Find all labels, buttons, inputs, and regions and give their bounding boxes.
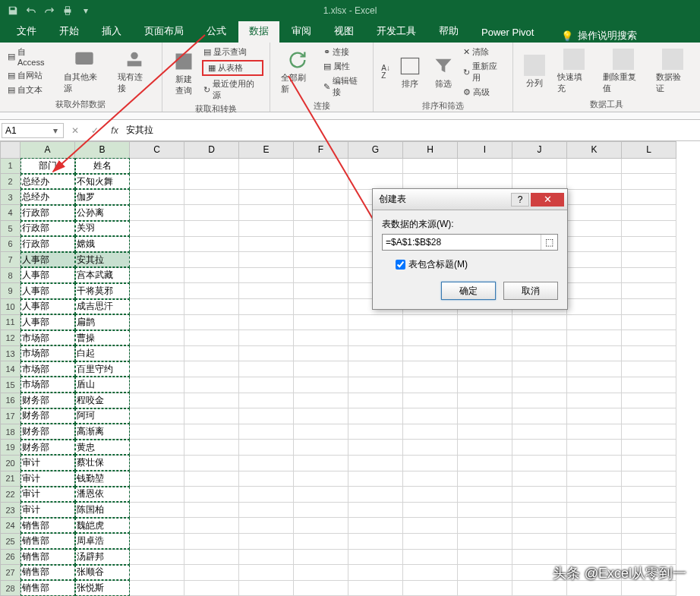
cell[interactable] <box>567 377 622 393</box>
cell[interactable] <box>622 174 676 190</box>
cell[interactable]: 财务部 <box>20 393 75 408</box>
row-header[interactable]: 21 <box>1 471 20 487</box>
cell[interactable] <box>403 408 458 424</box>
cell[interactable] <box>622 205 676 221</box>
tab-review[interactable]: 审阅 <box>281 20 322 43</box>
collapse-dialog-icon[interactable]: ⬚ <box>541 235 557 250</box>
cell[interactable] <box>184 549 239 565</box>
cell[interactable] <box>294 252 348 268</box>
cell[interactable] <box>294 424 348 440</box>
cell[interactable] <box>458 580 512 596</box>
cell[interactable] <box>567 440 622 456</box>
cell[interactable] <box>348 393 403 408</box>
cell[interactable]: 魏皑虎 <box>75 518 130 534</box>
cell[interactable] <box>512 502 567 518</box>
cell[interactable] <box>403 518 458 534</box>
cell[interactable] <box>567 361 622 377</box>
row-header[interactable]: 23 <box>1 502 20 518</box>
cell[interactable] <box>403 377 458 393</box>
clear-filter-button[interactable]: ✕ 清除 <box>462 46 506 58</box>
row-header[interactable]: 7 <box>1 252 20 268</box>
cell[interactable] <box>294 361 348 377</box>
cell[interactable] <box>348 408 403 424</box>
dialog-help-button[interactable]: ? <box>511 193 529 207</box>
cell[interactable] <box>458 518 512 534</box>
cell[interactable] <box>348 580 403 596</box>
cell[interactable]: 白起 <box>75 345 130 361</box>
cell[interactable] <box>512 455 567 471</box>
cell[interactable] <box>458 158 512 174</box>
cell[interactable] <box>348 424 403 440</box>
cell[interactable] <box>567 314 622 330</box>
cell[interactable] <box>130 330 184 346</box>
cell[interactable] <box>622 424 676 440</box>
cell[interactable] <box>512 345 567 361</box>
cell[interactable] <box>239 205 294 221</box>
cell[interactable] <box>458 377 512 393</box>
cell[interactable] <box>348 487 403 503</box>
cell[interactable] <box>567 267 622 283</box>
cell[interactable] <box>512 330 567 346</box>
cell[interactable] <box>130 345 184 361</box>
cell[interactable] <box>294 377 348 393</box>
cell[interactable] <box>622 580 676 596</box>
cell[interactable]: 盾山 <box>75 377 130 393</box>
cell[interactable] <box>512 471 567 487</box>
cell[interactable]: 销售部 <box>20 533 75 549</box>
cell[interactable] <box>622 158 676 174</box>
cell[interactable]: 审计 <box>20 487 75 503</box>
cell[interactable]: 阿珂 <box>75 408 130 424</box>
column-header[interactable]: G <box>348 142 403 159</box>
cell[interactable] <box>512 440 567 456</box>
cell[interactable]: 市场部 <box>20 361 75 377</box>
cell[interactable] <box>567 252 622 268</box>
cell[interactable] <box>130 393 184 408</box>
cell[interactable]: 销售部 <box>20 580 75 596</box>
dialog-cancel-button[interactable]: 取消 <box>503 282 558 300</box>
cell[interactable] <box>567 393 622 408</box>
cell[interactable] <box>622 361 676 377</box>
cell[interactable] <box>239 471 294 487</box>
remove-duplicates-button[interactable]: 删除重复值 <box>598 46 649 97</box>
cell[interactable] <box>294 533 348 549</box>
cell[interactable] <box>403 361 458 377</box>
cell[interactable] <box>567 236 622 252</box>
tab-pagelayout[interactable]: 页面布局 <box>134 20 194 43</box>
cell[interactable] <box>184 471 239 487</box>
cell[interactable] <box>184 377 239 393</box>
cell[interactable]: 百里守约 <box>75 361 130 377</box>
cell[interactable] <box>622 533 676 549</box>
cell[interactable] <box>239 252 294 268</box>
cell[interactable] <box>239 361 294 377</box>
tab-formulas[interactable]: 公式 <box>196 20 237 43</box>
cell[interactable] <box>348 471 403 487</box>
row-header[interactable]: 1 <box>1 158 20 174</box>
cell[interactable] <box>130 471 184 487</box>
cell[interactable] <box>294 502 348 518</box>
cell[interactable] <box>294 205 348 221</box>
cell[interactable] <box>239 377 294 393</box>
cell[interactable] <box>567 455 622 471</box>
cell[interactable] <box>512 361 567 377</box>
cell[interactable] <box>567 330 622 346</box>
cell[interactable] <box>130 314 184 330</box>
cell[interactable]: 市场部 <box>20 330 75 346</box>
tab-developer[interactable]: 开发工具 <box>366 20 427 43</box>
cell[interactable] <box>130 440 184 456</box>
cell[interactable] <box>567 408 622 424</box>
cell[interactable] <box>130 174 184 190</box>
cell[interactable] <box>239 236 294 252</box>
cell[interactable] <box>348 330 403 346</box>
tab-view[interactable]: 视图 <box>323 20 364 43</box>
cell[interactable]: 销售部 <box>20 549 75 565</box>
cell[interactable] <box>403 440 458 456</box>
cell[interactable] <box>567 189 622 205</box>
cell[interactable] <box>184 330 239 346</box>
cell[interactable]: 审计 <box>20 455 75 471</box>
worksheet-grid[interactable]: ABCDEFGHIJKL1部门姓名2总经办不知火舞3总经办伽罗4行政部公孙离5行… <box>0 141 700 596</box>
cell[interactable] <box>403 330 458 346</box>
cell[interactable] <box>130 518 184 534</box>
cell[interactable] <box>403 393 458 408</box>
cell[interactable] <box>239 533 294 549</box>
cell[interactable] <box>130 283 184 299</box>
